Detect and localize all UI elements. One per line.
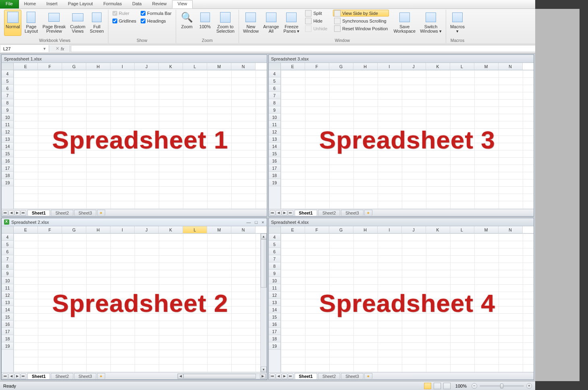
row-header[interactable]: 17 bbox=[2, 165, 13, 172]
column-header[interactable]: J bbox=[402, 226, 426, 233]
row-header[interactable]: 17 bbox=[2, 328, 13, 335]
sheet-nav-button[interactable]: ⏭ bbox=[21, 210, 26, 216]
row-header[interactable]: 4 bbox=[2, 70, 13, 77]
sheet-nav-button[interactable]: ▶ bbox=[282, 373, 287, 379]
column-header[interactable]: H bbox=[86, 63, 110, 70]
column-header[interactable]: M bbox=[474, 63, 499, 70]
sheet-nav-button[interactable]: ⏮ bbox=[270, 373, 275, 379]
vertical-scrollbar[interactable]: ▲▼ bbox=[260, 234, 267, 372]
zoom-slider-knob[interactable] bbox=[500, 384, 503, 388]
column-header[interactable]: H bbox=[353, 63, 378, 70]
column-header[interactable]: G bbox=[329, 226, 353, 233]
cells-grid[interactable]: Spreadsheet 4 bbox=[281, 234, 534, 372]
sheet-nav-button[interactable]: ▶ bbox=[15, 373, 20, 379]
sheet-nav-button[interactable]: ⏭ bbox=[288, 210, 293, 216]
column-header[interactable]: N bbox=[231, 226, 256, 233]
scroll-left-icon[interactable]: ◀ bbox=[178, 374, 183, 379]
ruler-checkbox[interactable]: Ruler bbox=[112, 10, 136, 17]
hide-button[interactable]: Hide bbox=[304, 17, 328, 24]
row-header[interactable]: 15 bbox=[269, 313, 280, 321]
page-break-preview-button[interactable]: Page Break Preview bbox=[41, 10, 67, 36]
sheet-nav-button[interactable]: ▶ bbox=[15, 210, 20, 216]
row-header[interactable]: 8 bbox=[269, 263, 280, 270]
view-page-layout-icon[interactable] bbox=[434, 383, 441, 389]
name-box[interactable]: L27▼ bbox=[1, 45, 49, 52]
sheet-nav-button[interactable]: ◀ bbox=[8, 210, 14, 216]
row-header[interactable]: 15 bbox=[2, 150, 13, 157]
sheet-nav-button[interactable]: ⏮ bbox=[2, 210, 8, 216]
save-workspace-button[interactable]: Save Workspace bbox=[392, 10, 417, 36]
workbook-titlebar[interactable]: Spreadsheet 3.xlsx bbox=[269, 55, 534, 63]
row-header[interactable]: 11 bbox=[2, 284, 13, 292]
column-header[interactable]: L bbox=[183, 226, 207, 233]
new-sheet-button[interactable]: ✦ bbox=[364, 210, 372, 216]
row-header[interactable]: 13 bbox=[269, 299, 280, 306]
new-sheet-button[interactable]: ✦ bbox=[97, 210, 105, 216]
tab-home[interactable]: Home bbox=[19, 0, 41, 8]
row-header[interactable]: 12 bbox=[269, 128, 280, 136]
column-header[interactable]: I bbox=[110, 63, 135, 70]
full-screen-button[interactable]: Full Screen bbox=[88, 10, 106, 36]
zoom-button[interactable]: 🔍Zoom bbox=[179, 10, 195, 36]
column-header[interactable]: F bbox=[305, 226, 329, 233]
row-header[interactable]: 17 bbox=[269, 328, 280, 335]
row-header[interactable]: 12 bbox=[2, 128, 13, 136]
row-header[interactable]: 9 bbox=[2, 106, 13, 114]
row-header[interactable]: 19 bbox=[2, 179, 13, 186]
column-header[interactable]: G bbox=[329, 63, 353, 70]
row-header[interactable]: 10 bbox=[269, 114, 280, 121]
sheet-tab[interactable]: Sheet1 bbox=[295, 373, 317, 379]
row-header[interactable]: 14 bbox=[269, 306, 280, 313]
workbook-titlebar[interactable]: Spreadsheet 1.xlsx bbox=[2, 55, 267, 63]
column-header[interactable]: K bbox=[426, 226, 450, 233]
row-header[interactable]: 6 bbox=[2, 248, 13, 255]
row-header[interactable]: 5 bbox=[2, 77, 13, 85]
column-header[interactable]: H bbox=[353, 226, 378, 233]
column-header[interactable]: G bbox=[62, 226, 86, 233]
row-header[interactable]: 8 bbox=[2, 263, 13, 270]
row-header[interactable]: 19 bbox=[269, 179, 280, 186]
row-header[interactable]: 7 bbox=[269, 255, 280, 263]
column-header[interactable]: I bbox=[110, 226, 135, 233]
column-header[interactable]: K bbox=[426, 63, 450, 70]
column-header[interactable]: H bbox=[86, 226, 110, 233]
column-header[interactable]: J bbox=[135, 63, 159, 70]
tab-data[interactable]: Data bbox=[127, 0, 147, 8]
custom-views-button[interactable]: Custom Views bbox=[69, 10, 87, 36]
select-all-corner[interactable] bbox=[269, 226, 280, 234]
column-header[interactable]: J bbox=[135, 226, 159, 233]
new-sheet-button[interactable]: ✦ bbox=[364, 373, 372, 379]
row-header[interactable]: 14 bbox=[2, 143, 13, 150]
row-header[interactable]: 4 bbox=[269, 234, 280, 241]
row-header[interactable]: 11 bbox=[269, 121, 280, 128]
column-header[interactable]: L bbox=[450, 63, 474, 70]
sheet-tab[interactable]: Sheet3 bbox=[341, 210, 363, 216]
column-header[interactable]: M bbox=[207, 226, 231, 233]
normal-view-button[interactable]: Normal bbox=[4, 10, 21, 36]
scrollbar-thumb[interactable] bbox=[261, 239, 267, 288]
column-header[interactable]: F bbox=[38, 226, 62, 233]
scrollbar-thumb[interactable] bbox=[183, 374, 256, 379]
reset-window-position-button[interactable]: Reset Window Position bbox=[333, 25, 389, 32]
row-header[interactable]: 13 bbox=[2, 136, 13, 143]
row-header[interactable]: 6 bbox=[269, 248, 280, 255]
sheet-tab[interactable]: Sheet2 bbox=[51, 210, 73, 216]
headings-checkbox[interactable]: Headings bbox=[141, 17, 172, 24]
column-header[interactable]: N bbox=[231, 63, 256, 70]
row-header[interactable]: 18 bbox=[269, 172, 280, 179]
tab-formulas[interactable]: Formulas bbox=[98, 0, 127, 8]
row-header[interactable]: 19 bbox=[2, 342, 13, 350]
column-header[interactable]: K bbox=[159, 226, 183, 233]
sheet-tab[interactable]: Sheet3 bbox=[74, 210, 96, 216]
fx-icon[interactable]: fx bbox=[61, 46, 64, 51]
arrange-all-button[interactable]: Arrange All bbox=[262, 10, 280, 36]
page-layout-button[interactable]: Page Layout bbox=[23, 10, 39, 36]
sheet-nav-button[interactable]: ⏮ bbox=[270, 210, 275, 216]
sheet-nav-button[interactable]: ◀ bbox=[276, 373, 281, 379]
row-header[interactable]: 10 bbox=[2, 114, 13, 121]
view-side-by-side-button[interactable]: View Side by Side bbox=[333, 10, 389, 17]
scroll-right-icon[interactable]: ▶ bbox=[260, 374, 266, 379]
sheet-tab[interactable]: Sheet1 bbox=[27, 373, 50, 379]
row-header[interactable]: 7 bbox=[269, 92, 280, 99]
sheet-tab[interactable]: Sheet3 bbox=[74, 373, 96, 379]
